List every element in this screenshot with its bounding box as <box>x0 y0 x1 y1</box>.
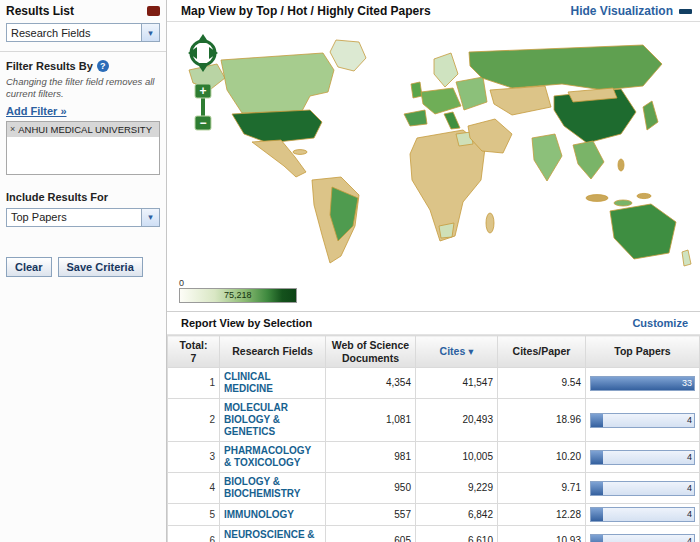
research-field-link[interactable]: IMMUNOLOGY <box>224 509 294 520</box>
minimize-icon <box>679 9 692 14</box>
report-view-title: Report View by Selection <box>181 317 312 329</box>
top-papers-header: Top Papers <box>586 336 700 368</box>
top-papers-bar[interactable]: 33 <box>590 376 695 391</box>
top-papers-cell: 4 <box>586 473 700 504</box>
filter-note: Changing the filter field removes all cu… <box>6 76 160 100</box>
top-papers-cell: 4 <box>586 399 700 442</box>
cites-cell: 41,547 <box>416 368 498 399</box>
research-field-link[interactable]: PHARMACOLOGY & TOXICOLOGY <box>224 445 311 468</box>
cites-cell: 6,610 <box>416 526 498 542</box>
table-header-row: Total: 7 Research Fields Web of Science … <box>168 336 700 368</box>
top-papers-bar[interactable]: 4 <box>590 413 695 428</box>
table-row: 2MOLECULAR BIOLOGY & GENETICS1,08120,493… <box>168 399 700 442</box>
top-papers-bar-fill <box>591 482 603 495</box>
cites-per-paper-cell: 10.93 <box>498 526 586 542</box>
rank-cell: 1 <box>168 368 220 399</box>
results-list-header: Results List <box>6 4 160 18</box>
hide-visualization-link[interactable]: Hide Visualization <box>571 4 692 18</box>
total-header: Total: 7 <box>168 336 220 368</box>
cites-sort-header[interactable]: Cites ▾ <box>416 336 498 368</box>
include-results-label: Include Results For <box>6 191 160 203</box>
main-content: Map View by Top / Hot / Highly Cited Pap… <box>167 0 700 542</box>
top-papers-value: 4 <box>687 508 692 521</box>
top-papers-bar-fill <box>591 508 603 521</box>
cites-per-paper-cell: 9.54 <box>498 368 586 399</box>
results-list-dropdown[interactable]: Research Fields ▾ <box>6 23 160 42</box>
table-row: 5IMMUNOLOGY5576,84212.284 <box>168 504 700 526</box>
table-row: 1CLINICAL MEDICINE4,35441,5479.5433 <box>168 368 700 399</box>
hide-visualization-label: Hide Visualization <box>571 4 673 18</box>
page: Results List Research Fields ▾ Filter Re… <box>0 0 700 542</box>
top-papers-value: 4 <box>687 535 692 542</box>
docs-cell: 950 <box>326 473 416 504</box>
cites-per-paper-cell: 10.20 <box>498 442 586 473</box>
report-table: Total: 7 Research Fields Web of Science … <box>167 335 700 542</box>
top-papers-bar-fill <box>591 377 694 390</box>
docs-cell: 981 <box>326 442 416 473</box>
top-papers-bar[interactable]: 4 <box>590 534 695 542</box>
save-criteria-button[interactable]: Save Criteria <box>58 257 143 277</box>
docs-cell: 605 <box>326 526 416 542</box>
field-cell: IMMUNOLOGY <box>220 504 326 526</box>
top-papers-bar[interactable]: 4 <box>590 450 695 465</box>
remove-filter-icon[interactable]: × <box>10 124 15 136</box>
results-list-label: Results List <box>6 4 74 18</box>
research-field-link[interactable]: CLINICAL MEDICINE <box>224 371 273 394</box>
include-results-dropdown[interactable]: Top Papers ▾ <box>6 208 160 227</box>
top-papers-value: 4 <box>687 482 692 495</box>
cites-cell: 6,842 <box>416 504 498 526</box>
map-view-title: Map View by Top / Hot / Highly Cited Pap… <box>181 4 431 18</box>
top-papers-cell: 4 <box>586 526 700 542</box>
filter-results-label: Filter Results By <box>6 60 93 72</box>
cites-sort-link[interactable]: Cites <box>440 345 466 357</box>
docs-cell: 557 <box>326 504 416 526</box>
cites-per-paper-cell: 12.28 <box>498 504 586 526</box>
zoom-in-glyph: + <box>199 84 206 98</box>
cites-per-paper-cell: 9.71 <box>498 473 586 504</box>
table-row: 6NEUROSCIENCE & BEHAVIOR6056,61010.934 <box>168 526 700 542</box>
rank-cell: 2 <box>168 399 220 442</box>
rank-cell: 5 <box>168 504 220 526</box>
help-icon[interactable]: ? <box>97 60 109 72</box>
cites-per-paper-header: Cites/Paper <box>498 336 586 368</box>
collapse-panel-icon[interactable] <box>147 6 160 16</box>
map-pan-zoom-control[interactable]: + − <box>185 32 221 136</box>
cites-cell: 20,493 <box>416 399 498 442</box>
legend-gradient-bar: 75,218 <box>179 288 297 303</box>
sort-desc-icon: ▾ <box>468 345 473 357</box>
cites-cell: 9,229 <box>416 473 498 504</box>
top-papers-bar[interactable]: 4 <box>590 481 695 496</box>
field-cell: PHARMACOLOGY & TOXICOLOGY <box>220 442 326 473</box>
world-map[interactable] <box>173 30 695 270</box>
filter-results-header: Filter Results By ? <box>6 60 160 72</box>
customize-link[interactable]: Customize <box>632 317 688 329</box>
add-filter-link[interactable]: Add Filter » <box>6 105 67 117</box>
pan-down-icon[interactable] <box>197 63 209 72</box>
cites-cell: 10,005 <box>416 442 498 473</box>
research-field-link[interactable]: BIOLOGY & BIOCHEMISTRY <box>224 476 300 499</box>
chevron-down-icon: ▾ <box>141 209 159 226</box>
map-area: + − <box>167 22 700 272</box>
total-value: 7 <box>172 352 215 365</box>
research-field-link[interactable]: MOLECULAR BIOLOGY & GENETICS <box>224 402 288 437</box>
field-cell: CLINICAL MEDICINE <box>220 368 326 399</box>
table-row: 3PHARMACOLOGY & TOXICOLOGY98110,00510.20… <box>168 442 700 473</box>
top-papers-cell: 4 <box>586 442 700 473</box>
top-papers-value: 33 <box>682 377 692 390</box>
wos-documents-header: Web of Science Documents <box>326 336 416 368</box>
field-cell: NEUROSCIENCE & BEHAVIOR <box>220 526 326 542</box>
report-view-header: Report View by Selection Customize <box>167 311 700 335</box>
sidebar-divider <box>0 51 166 52</box>
top-papers-cell: 33 <box>586 368 700 399</box>
sidebar: Results List Research Fields ▾ Filter Re… <box>0 0 167 542</box>
pan-up-icon[interactable] <box>197 34 209 43</box>
chevron-down-icon: ▾ <box>141 24 159 41</box>
top-papers-bar-fill <box>591 535 603 542</box>
legend-max-label: 75,218 <box>224 290 252 300</box>
active-filter-item[interactable]: × ANHUI MEDICAL UNIVERSITY <box>7 122 159 138</box>
research-field-link[interactable]: NEUROSCIENCE & BEHAVIOR <box>224 529 315 542</box>
top-papers-cell: 4 <box>586 504 700 526</box>
clear-button[interactable]: Clear <box>6 257 52 277</box>
top-papers-bar[interactable]: 4 <box>590 507 695 522</box>
top-papers-bar-fill <box>591 414 603 427</box>
